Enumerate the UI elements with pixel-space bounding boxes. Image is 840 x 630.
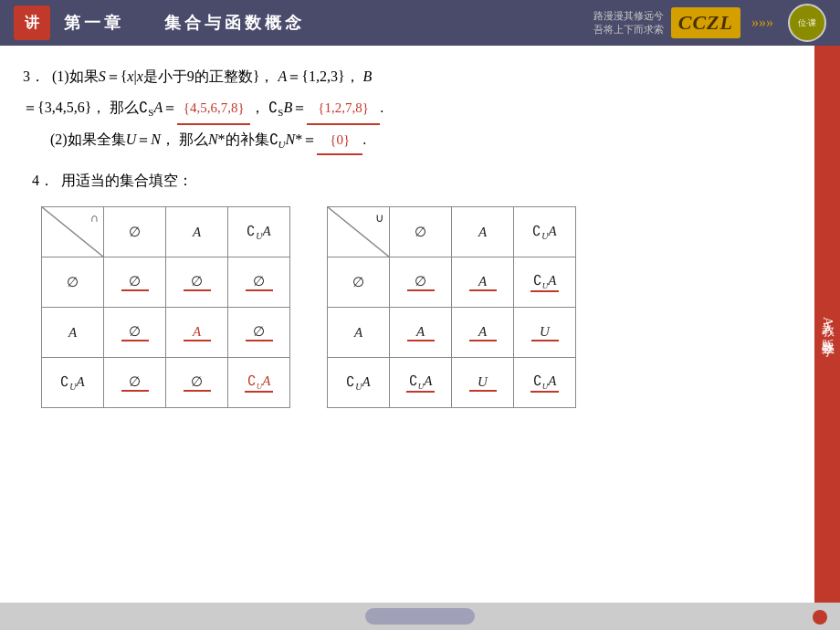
- rcell-2-1: U: [452, 358, 514, 408]
- problem-3-part2: (2)如果全集U＝N， 那么N*的补集∁UN*＝ {0} .: [23, 125, 794, 155]
- rcell-0-1: A: [452, 257, 514, 308]
- tagline-line2: 吾将上下而求索: [593, 23, 664, 37]
- answer-1: {4,5,6,7,8}: [177, 93, 250, 125]
- row-header-CUA: ∁UA: [42, 358, 104, 408]
- cell-2-2: ∁UA: [228, 358, 290, 408]
- cell-0-2: ∅: [228, 257, 290, 308]
- problem-3-line1: 3． (1)如果S＝{x|x是小于9的正整数}， A＝{1,2,3}， B: [23, 62, 794, 91]
- header: 讲 第一章 集合与函数概念 路漫漫其修远兮 吾将上下而求索 CCZL »»» 位…: [0, 0, 840, 46]
- col-header-empty: ∅: [104, 207, 166, 257]
- table-header-row: ∪ ∅ A ∁UA: [328, 207, 576, 257]
- intersection-table: ∩ ∅ A ∁UA ∅ ∅ ∅ ∅: [41, 206, 290, 408]
- table-corner-cell: ∩: [42, 207, 104, 257]
- cczl-text: CCZL: [678, 11, 733, 35]
- cell-1-2: ∅: [228, 308, 290, 358]
- avatar: 位·课: [788, 4, 826, 42]
- rcell-2-0: ∁UA: [390, 358, 452, 408]
- table-row: ∅ ∅ ∅ ∅: [42, 257, 290, 308]
- problem-4-label: 4． 用适当的集合填空：: [23, 166, 794, 195]
- table-row: A A A U: [328, 308, 576, 358]
- cell-0-0: ∅: [104, 257, 166, 308]
- table-corner-cell-union: ∪: [328, 207, 390, 257]
- page-title: 第一章 集合与函数概念: [64, 12, 593, 34]
- avatar-text: 位·课: [798, 18, 816, 28]
- table-row: ∅ ∅ A ∁UA: [328, 257, 576, 308]
- cczl-logo: CCZL: [671, 7, 740, 38]
- tables-row: ∩ ∅ A ∁UA ∅ ∅ ∅ ∅: [23, 206, 794, 408]
- rcell-1-2: U: [514, 308, 576, 358]
- problem-3-line2: ＝{3,4,5,6}， 那么∁SA＝ {4,5,6,7,8} ， ∁SB＝ {1…: [23, 91, 794, 125]
- cell-2-1: ∅: [166, 358, 228, 408]
- sidebar-text: 人教A版数学: [819, 311, 835, 337]
- logo-text: 讲: [25, 14, 39, 33]
- problem-4: 4． 用适当的集合填空：: [23, 166, 794, 195]
- row-header-CUA-r: ∁UA: [328, 358, 390, 408]
- union-table: ∪ ∅ A ∁UA ∅ ∅ A ∁UA: [327, 206, 576, 408]
- main-container: 讲 第一章 集合与函数概念 路漫漫其修远兮 吾将上下而求索 CCZL »»» 位…: [0, 0, 840, 630]
- bottom-bar: [0, 603, 840, 630]
- rcell-0-0: ∅: [390, 257, 452, 308]
- answer-2: {1,2,7,8}: [307, 93, 380, 125]
- col-header-CUA: ∁UA: [228, 207, 290, 257]
- rcell-1-0: A: [390, 308, 452, 358]
- col-header-CUA-r: ∁UA: [514, 207, 576, 257]
- page-dot: [813, 610, 827, 625]
- cell-1-0: ∅: [104, 308, 166, 358]
- col-header-A: A: [166, 207, 228, 257]
- row-header-empty-r: ∅: [328, 257, 390, 308]
- logo-icon: 讲: [14, 5, 50, 40]
- row-header-A-r: A: [328, 308, 390, 358]
- right-sidebar: 人教A版数学: [814, 46, 840, 603]
- cell-0-1: ∅: [166, 257, 228, 308]
- left-table-container: ∩ ∅ A ∁UA ∅ ∅ ∅ ∅: [41, 206, 290, 408]
- content-area: 3． (1)如果S＝{x|x是小于9的正整数}， A＝{1,2,3}， B ＝{…: [0, 46, 840, 603]
- col-header-empty-r: ∅: [390, 207, 452, 257]
- row-header-empty: ∅: [42, 257, 104, 308]
- table-header-row: ∩ ∅ A ∁UA: [42, 207, 290, 257]
- table-row: A ∅ A ∅: [42, 308, 290, 358]
- cell-2-0: ∅: [104, 358, 166, 408]
- brand-area: 路漫漫其修远兮 吾将上下而求索 CCZL »»» 位·课: [593, 4, 826, 42]
- bottom-oval: [365, 608, 475, 625]
- row-header-A: A: [42, 308, 104, 358]
- rcell-2-2: ∁UA: [514, 358, 576, 408]
- table-row: ∁UA ∁UA U ∁UA: [328, 358, 576, 408]
- corner-op-union: ∪: [375, 211, 384, 226]
- tagline-line1: 路漫漫其修远兮: [593, 9, 664, 23]
- answer-3: {0}: [317, 126, 362, 155]
- problem-3: 3． (1)如果S＝{x|x是小于9的正整数}， A＝{1,2,3}， B ＝{…: [23, 62, 794, 155]
- col-header-A-r: A: [452, 207, 514, 257]
- cell-1-1: A: [166, 308, 228, 358]
- rcell-1-1: A: [452, 308, 514, 358]
- arrow-icon: »»»: [751, 15, 773, 31]
- table-row: ∁UA ∅ ∅ ∁UA: [42, 358, 290, 408]
- corner-op: ∩: [90, 211, 99, 226]
- right-table-container: ∪ ∅ A ∁UA ∅ ∅ A ∁UA: [327, 206, 576, 408]
- rcell-0-2: ∁UA: [514, 257, 576, 308]
- problem-3-label: 3． (1)如果S＝{x|x是小于9的正整数}， A＝{1,2,3}， B: [23, 62, 372, 91]
